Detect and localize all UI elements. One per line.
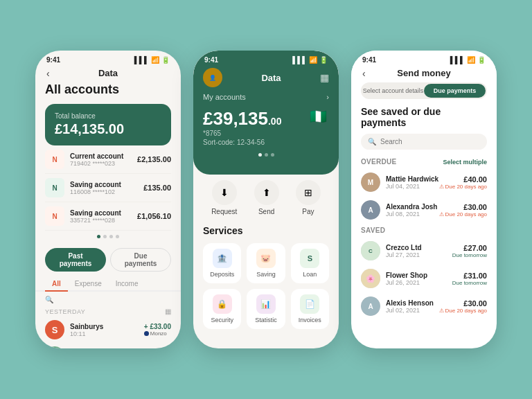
search-bar[interactable]: 🔍	[361, 134, 487, 150]
sort-code: Sort-code: 12-34-56	[203, 139, 329, 146]
action-label-pay: Pay	[302, 208, 314, 215]
invoices-icon: 📄	[300, 294, 319, 314]
txn-avatar-0: S	[45, 320, 64, 339]
dot-3[interactable]	[116, 235, 119, 238]
my-accounts-label: My accounts	[203, 93, 246, 101]
payment-flowershop[interactable]: 🌸 Flower Shop Jul 26, 2021 £31.00 Due to…	[351, 265, 497, 292]
account-icon-0: N	[45, 150, 64, 169]
account-row[interactable]: N Saving account 335721 *****028 £1,056.…	[45, 202, 171, 231]
phone3-header: ‹ Send money	[351, 66, 497, 82]
account-icon-2: N	[45, 206, 64, 226]
phone2-status-icons: ▌▌▌ 📶 🔋	[292, 56, 328, 64]
phone1-status-icons: ▌▌▌ 📶 🔋	[134, 56, 170, 64]
phone2-header: 👤 Data ▦	[193, 66, 339, 93]
transaction-central[interactable]: C Central Makret 09:18 - £16.00 Revolut	[35, 343, 181, 348]
search-icon: 🔍	[368, 138, 376, 145]
my-accounts-row[interactable]: My accounts ›	[193, 93, 339, 105]
alexandra-amount: £30.00	[439, 203, 488, 211]
service-loan[interactable]: S Loan	[291, 243, 329, 283]
mattie-date: Jul 04, 2021	[386, 183, 439, 190]
filter-expense[interactable]: Expense	[68, 277, 109, 292]
action-request[interactable]: ⬇ Request	[211, 180, 237, 215]
flowershop-due: Due tomorrow	[452, 280, 487, 286]
service-security[interactable]: 🔒 Security	[203, 289, 241, 329]
alexandra-date: Jul 08, 2021	[386, 211, 439, 218]
mattie-name: Mattie Hardwick	[386, 175, 439, 183]
service-saving[interactable]: 🐷 Saving	[247, 243, 285, 283]
chart-icon[interactable]: ▦	[320, 72, 329, 83]
page-title: Data	[98, 68, 118, 78]
filter-income[interactable]: Income	[109, 277, 145, 292]
service-invoices[interactable]: 📄 Invoices	[291, 289, 329, 329]
account-name-0: Current account	[70, 152, 137, 160]
account-icon-1: N	[45, 178, 64, 197]
balance-amount: £14,135.00	[55, 121, 161, 137]
services-title: Services	[203, 225, 329, 236]
past-payments-tab[interactable]: Past payments	[45, 248, 106, 272]
alexis-due: ⚠ Due 20 days ago	[439, 308, 488, 314]
services-grid: 🏦 Deposits 🐷 Saving S Loan 🔒 Security 📊 …	[203, 243, 329, 329]
service-label-4: Statistic	[255, 317, 277, 323]
seg-account-details[interactable]: Select account details	[362, 84, 424, 98]
all-accounts-title: All accounts	[45, 82, 171, 97]
phone2-status-bar: 9:41 ▌▌▌ 📶 🔋	[193, 51, 339, 66]
seg-due-payments[interactable]: Due payments	[424, 84, 486, 98]
service-label-5: Invoices	[299, 317, 321, 323]
mattie-due: ⚠ Due 20 days ago	[439, 184, 488, 190]
txn-amount-0: + £33.00	[144, 323, 171, 330]
profile-avatar[interactable]: 👤	[203, 68, 222, 87]
card-flag: 🇳🇬	[307, 105, 329, 127]
phone-3: 9:41 ▌▌▌ 📶 🔋 ‹ Send money Select account…	[351, 51, 497, 348]
phone3-status-icons: ▌▌▌ 📶 🔋	[450, 56, 486, 64]
service-deposits[interactable]: 🏦 Deposits	[203, 243, 241, 283]
service-label-0: Deposits	[210, 271, 234, 278]
action-pay[interactable]: ⊞ Pay	[296, 180, 321, 215]
phone1-time: 9:41	[46, 56, 60, 64]
segment-control: Select account details Due payments	[361, 82, 487, 99]
txn-tag-0: Monzo	[144, 330, 171, 337]
phone3-back-button[interactable]: ‹	[362, 68, 366, 79]
carousel-dots-2	[193, 149, 339, 162]
account-num-1: 116008 *****102	[70, 188, 143, 195]
dot-0[interactable]	[97, 235, 100, 238]
loan-icon: S	[300, 249, 319, 268]
phone1-body: All accounts Total balance £14,135.00 N …	[35, 82, 181, 242]
service-label-1: Saving	[256, 271, 276, 278]
select-multiple-button[interactable]: Select multiple	[443, 159, 487, 166]
account-num-2: 335721 *****028	[70, 217, 137, 224]
action-send[interactable]: ⬆ Send	[254, 180, 279, 215]
crezco-amount: £27.00	[452, 244, 487, 252]
alexandra-name: Alexandra Josh	[386, 203, 439, 211]
dot-2[interactable]	[109, 235, 113, 238]
alexis-amount: £30.00	[439, 299, 488, 308]
dot-1[interactable]	[103, 235, 107, 238]
filter-all[interactable]: All	[45, 277, 68, 292]
phone2-title: Data	[261, 73, 281, 83]
account-row[interactable]: N Current account 719402 *****023 £2,135…	[45, 145, 171, 174]
mattie-avatar: M	[361, 172, 380, 192]
account-name-2: Saving account	[70, 209, 137, 217]
payment-mattie[interactable]: M Mattie Hardwick Jul 04, 2021 £40.00 ⚠ …	[351, 168, 497, 196]
due-payments-tab[interactable]: Due payments	[110, 248, 171, 272]
service-statistic[interactable]: 📊 Statistic	[247, 289, 285, 329]
payment-alexis[interactable]: A Alexis Henson Jul 02, 2021 £30.00 ⚠ Du…	[351, 292, 497, 320]
yesterday-label: YESTERDAY ▦	[35, 306, 181, 317]
account-amount-2: £1,056.10	[137, 212, 171, 220]
actions-row: ⬇ Request ⬆ Send ⊞ Pay	[193, 175, 339, 218]
phone2-time: 9:41	[204, 56, 218, 64]
overdue-section-header: Overdue Select multiple	[351, 155, 497, 168]
saved-label: Saved	[361, 227, 385, 234]
payment-alexandra[interactable]: A Alexandra Josh Jul 08, 2021 £30.00 ⚠ D…	[351, 196, 497, 224]
crezco-date: Jul 27, 2021	[386, 251, 452, 258]
deposits-icon: 🏦	[213, 249, 232, 268]
transaction-sainburys[interactable]: S Sainburys 10:11 + £33.00 Monzo	[35, 317, 181, 343]
payment-crezco[interactable]: C Crezco Ltd Jul 27, 2021 £27.00 Due tom…	[351, 237, 497, 265]
service-label-2: Loan	[303, 271, 317, 278]
flowershop-date: Jul 26, 2021	[386, 279, 452, 286]
search-input[interactable]	[380, 138, 480, 145]
back-button[interactable]: ‹	[46, 68, 50, 79]
service-label-3: Security	[211, 317, 233, 323]
account-row[interactable]: N Saving account 116008 *****102 £135.00	[45, 174, 171, 202]
see-saved-title: See saved or due payments	[351, 106, 497, 134]
alexis-date: Jul 02, 2021	[386, 307, 439, 314]
